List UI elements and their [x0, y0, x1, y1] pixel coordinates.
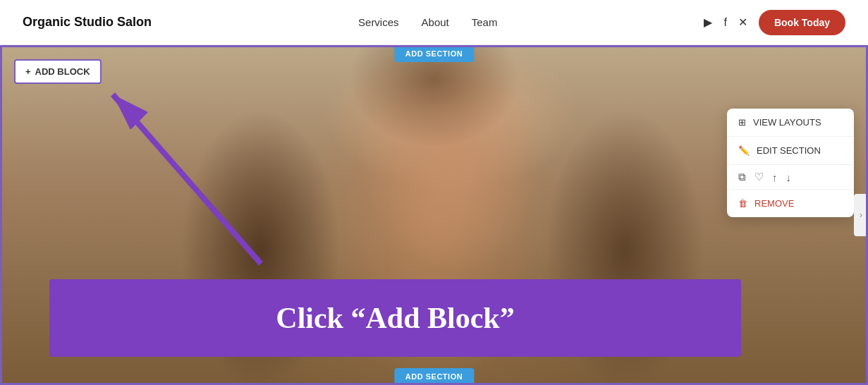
- facebook-icon[interactable]: f: [723, 16, 726, 29]
- plus-icon: +: [25, 66, 31, 77]
- layouts-icon: ⊞: [738, 117, 746, 128]
- add-section-top[interactable]: ADD SECTION: [394, 45, 474, 62]
- context-menu: ⊞ VIEW LAYOUTS ✏️ EDIT SECTION ⧉ ♡ ↑ ↓ 🗑…: [727, 109, 854, 217]
- banner-text: Click “Add Block”: [276, 302, 514, 334]
- navbar: Organic Studio Salon Services About Team…: [0, 0, 868, 45]
- youtube-icon[interactable]: ▶: [704, 16, 712, 29]
- trash-icon: 🗑: [738, 198, 747, 209]
- edit-section-item[interactable]: ✏️ EDIT SECTION: [727, 137, 854, 165]
- book-today-button[interactable]: Book Today: [759, 10, 845, 35]
- nav-item-about[interactable]: About: [422, 16, 449, 29]
- section-action-icons: ⧉ ♡ ↑ ↓: [727, 165, 854, 190]
- content-area: ADD SECTION + ADD BLOCK Click “Add Block…: [0, 45, 868, 385]
- instruction-banner: Click “Add Block”: [49, 279, 741, 357]
- add-section-bottom[interactable]: ADD SECTION: [394, 368, 474, 385]
- favorite-icon[interactable]: ♡: [754, 171, 764, 183]
- site-logo: Organic Studio Salon: [23, 15, 152, 30]
- add-section-top-button[interactable]: ADD SECTION: [394, 45, 474, 62]
- remove-item[interactable]: 🗑 REMOVE: [727, 190, 854, 217]
- nav-menu: Services About Team: [358, 16, 497, 29]
- edit-icon: ✏️: [738, 145, 750, 156]
- duplicate-icon[interactable]: ⧉: [738, 171, 746, 183]
- nav-item-team[interactable]: Team: [472, 16, 498, 29]
- move-down-icon[interactable]: ↓: [786, 171, 792, 183]
- view-layouts-item[interactable]: ⊞ VIEW LAYOUTS: [727, 109, 854, 137]
- side-scroll-arrow[interactable]: ›: [854, 194, 868, 236]
- move-up-icon[interactable]: ↑: [772, 171, 778, 183]
- navbar-actions: ▶ f ✕ Book Today: [704, 10, 845, 35]
- add-section-bottom-button[interactable]: ADD SECTION: [394, 368, 474, 385]
- x-icon[interactable]: ✕: [738, 16, 747, 29]
- add-block-button[interactable]: + ADD BLOCK: [14, 59, 102, 84]
- nav-item-services[interactable]: Services: [358, 16, 399, 29]
